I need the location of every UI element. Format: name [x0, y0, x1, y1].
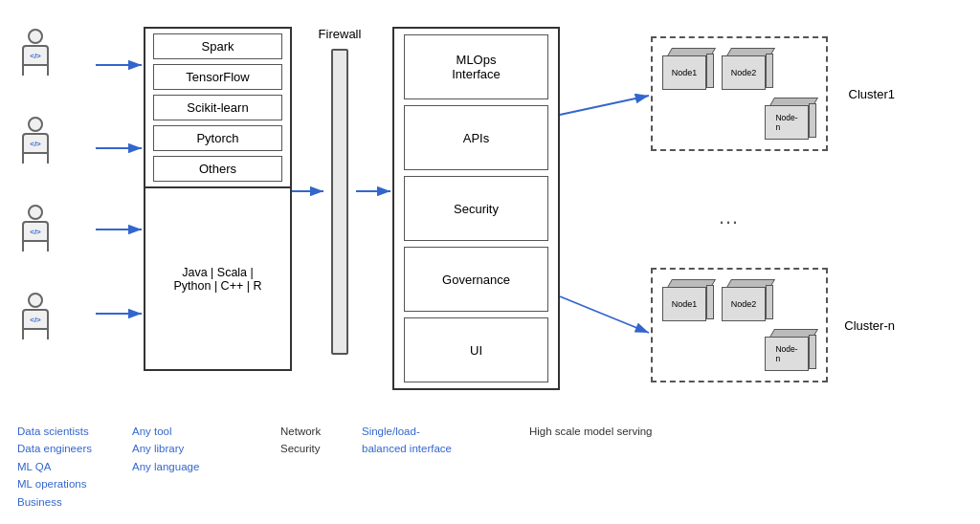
tool-others: Others — [153, 156, 282, 182]
node-side — [706, 285, 714, 319]
user-figure-2: </> — [17, 117, 54, 166]
tool-pytorch: Pytorch — [153, 125, 282, 151]
service-ui: UI — [404, 317, 548, 382]
service-governance: Governance — [404, 247, 548, 312]
node-side — [809, 335, 816, 369]
svg-line-7 — [560, 96, 649, 115]
service-mlops-interface: MLOpsInterface — [404, 34, 548, 99]
node-front: Node1 — [662, 55, 706, 90]
tool-scikitlearn: Scikit-learn — [153, 95, 282, 120]
cluster1-container: Node1 Node2 Node-n Cluster1 — [651, 36, 828, 151]
user-legs — [22, 154, 49, 164]
node-front: Node2 — [722, 287, 766, 321]
user-head — [28, 205, 43, 220]
cluster1-noden-row: Node-n — [662, 98, 816, 140]
user-figure-3: </> — [17, 205, 54, 254]
user-row-1: </> — [17, 29, 54, 78]
user-head — [28, 29, 43, 44]
node-side — [809, 103, 816, 138]
user-row-2: </> — [17, 117, 54, 166]
node-front: Node-n — [765, 105, 809, 140]
svg-line-8 — [560, 296, 649, 333]
dots-separator: … — [718, 205, 739, 229]
cluster1-node2: Node2 — [722, 48, 773, 90]
user-row-3: </> — [17, 205, 54, 254]
user-legs — [22, 242, 49, 251]
user-head — [28, 117, 43, 132]
clustern-box: Node1 Node2 Node-n — [651, 268, 828, 382]
node-front: Node-n — [765, 337, 809, 371]
node-front: Node2 — [722, 55, 766, 90]
cluster1-nodes-row: Node1 Node2 — [662, 48, 816, 90]
clustern-label: Cluster-n — [844, 318, 895, 333]
clusters-desc-label: High scale model serving — [529, 423, 721, 440]
firewall-bar — [331, 49, 348, 355]
cluster1-node1: Node1 — [662, 48, 714, 90]
firewall-column: Firewall — [325, 27, 354, 371]
services-desc-label: Single/load-balanced interface — [362, 423, 529, 458]
node-side — [706, 54, 714, 88]
service-apis: APIs — [404, 105, 548, 170]
users-column: </> </> </> </> — [17, 29, 54, 344]
user-head — [28, 293, 43, 308]
tools-lang: Java | Scala |Python | C++ | R — [145, 186, 290, 369]
clustern-node1: Node1 — [662, 279, 714, 321]
services-box: MLOpsInterface APIs Security Governance … — [392, 27, 560, 390]
tools-desc-label: Any toolAny libraryAny language — [132, 423, 280, 475]
node-side — [766, 285, 773, 319]
clustern-noden: Node-n — [765, 329, 816, 371]
user-legs — [22, 330, 49, 339]
diagram-container: { "title": "MLOps Architecture Diagram",… — [0, 0, 980, 524]
labels-row: Data scientistsData engineersML QAML ope… — [17, 423, 970, 511]
tools-box: Spark TensorFlow Scikit-learn Pytorch Ot… — [144, 27, 292, 371]
clustern-nodes-row: Node1 Node2 — [662, 279, 816, 321]
user-figure-4: </> — [17, 293, 54, 342]
firewall-desc-label: NetworkSecurity — [280, 423, 362, 458]
clustern-container: Node1 Node2 Node-n Cluster-n — [651, 268, 828, 382]
user-body: </> — [22, 221, 49, 242]
clustern-node2: Node2 — [722, 279, 773, 321]
service-security: Security — [404, 176, 548, 241]
users-desc-label: Data scientistsData engineersML QAML ope… — [17, 423, 132, 511]
user-row-4: </> — [17, 293, 54, 342]
clustern-noden-row: Node-n — [662, 329, 816, 371]
firewall-label: Firewall — [319, 27, 362, 41]
user-body: </> — [22, 133, 49, 154]
cluster1-box: Node1 Node2 Node-n — [651, 36, 828, 151]
cluster1-label: Cluster1 — [849, 87, 895, 101]
user-body: </> — [22, 309, 49, 330]
tool-spark: Spark — [153, 33, 282, 59]
user-legs — [22, 66, 49, 76]
user-figure-1: </> — [17, 29, 54, 78]
tool-tensorflow: TensorFlow — [153, 64, 282, 90]
cluster1-noden: Node-n — [765, 98, 816, 140]
node-side — [766, 54, 773, 88]
user-body: </> — [22, 45, 49, 66]
node-front: Node1 — [662, 287, 706, 321]
